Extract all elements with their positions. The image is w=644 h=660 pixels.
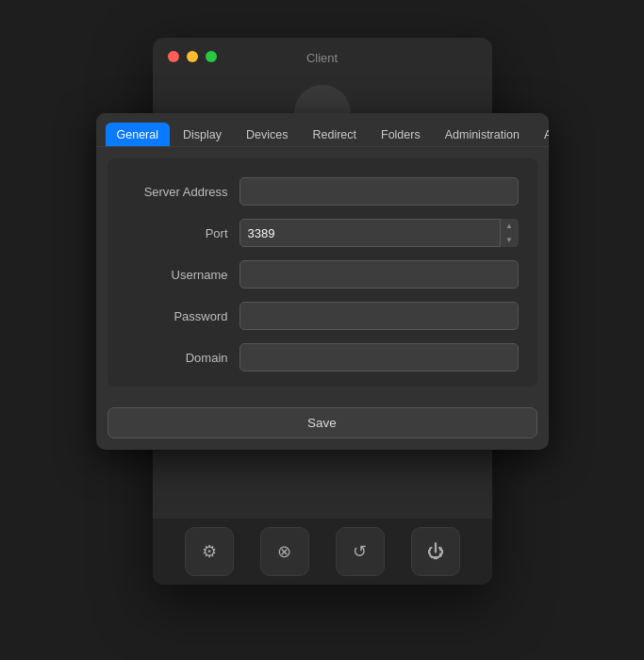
server-address-row: Server Address: [126, 177, 519, 206]
password-input[interactable]: [239, 302, 519, 330]
power-toolbar-button[interactable]: ⏻: [411, 527, 460, 576]
port-input[interactable]: [239, 219, 519, 247]
password-row: Password: [126, 302, 519, 330]
tab-appearance[interactable]: Appearance: [533, 123, 549, 146]
save-button[interactable]: Save: [107, 407, 537, 438]
tab-bar: General Display Devices Redirect Folders…: [96, 113, 549, 147]
tab-display[interactable]: Display: [172, 123, 233, 146]
tab-devices[interactable]: Devices: [235, 123, 299, 146]
server-address-label: Server Address: [126, 185, 239, 199]
domain-label: Domain: [126, 351, 239, 365]
port-row: Port ▲ ▼: [126, 219, 519, 247]
settings-toolbar-button[interactable]: ⚙: [185, 527, 234, 576]
close-button[interactable]: [168, 51, 179, 62]
username-row: Username: [126, 260, 519, 289]
domain-input[interactable]: [239, 343, 519, 371]
tab-administration[interactable]: Administration: [434, 123, 531, 146]
port-decrement[interactable]: ▼: [501, 233, 519, 247]
close-toolbar-button[interactable]: ⊗: [260, 527, 309, 576]
window-wrapper: Client ⚙ ⊗ ↺ ⏻ General Display Devices R…: [77, 38, 568, 622]
settings-dialog: General Display Devices Redirect Folders…: [96, 113, 549, 450]
form-area: Server Address Port ▲ ▼ Username Passw: [107, 158, 537, 387]
username-input[interactable]: [239, 260, 519, 289]
window-title: Client: [306, 51, 338, 65]
minimize-button[interactable]: [187, 51, 198, 62]
maximize-button[interactable]: [206, 51, 217, 62]
domain-row: Domain: [126, 343, 519, 371]
save-row: Save: [96, 398, 549, 450]
tab-general[interactable]: General: [106, 123, 170, 146]
port-increment[interactable]: ▲: [501, 219, 519, 233]
port-label: Port: [126, 226, 239, 240]
tab-redirect[interactable]: Redirect: [301, 123, 368, 146]
bottom-toolbar: ⚙ ⊗ ↺ ⏻: [153, 519, 492, 585]
password-label: Password: [126, 309, 239, 323]
tab-folders[interactable]: Folders: [370, 123, 432, 146]
refresh-toolbar-button[interactable]: ↺: [336, 527, 385, 576]
username-label: Username: [126, 268, 239, 282]
port-spinner: ▲ ▼: [500, 219, 519, 247]
port-wrapper: ▲ ▼: [239, 219, 519, 247]
server-address-input[interactable]: [239, 177, 519, 206]
